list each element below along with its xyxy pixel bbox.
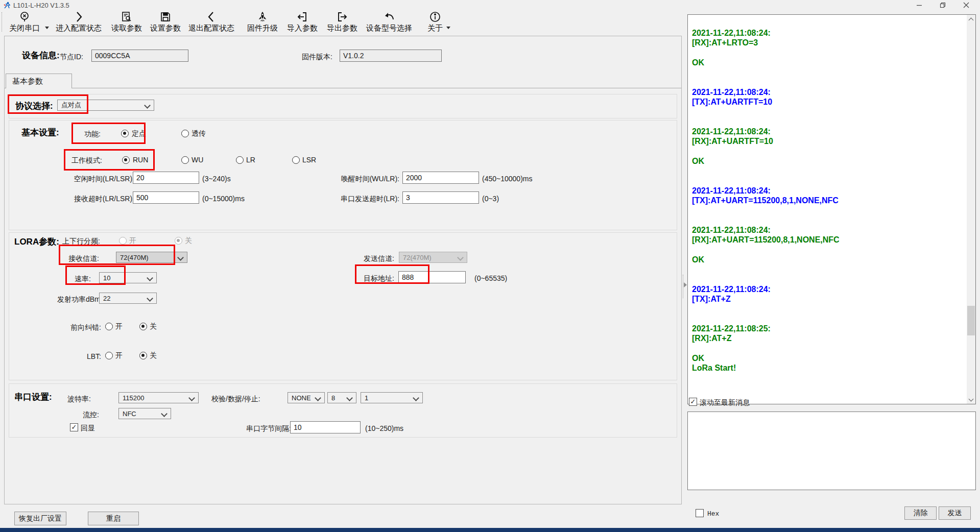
log-line: OK bbox=[692, 255, 840, 264]
toolbar-close-port-button[interactable]: 关闭串口 bbox=[4, 11, 45, 34]
serial-settings-section: 串口设置: 波特率: 115200 校验/数据/停止: NONE 8 1 流控:… bbox=[9, 383, 677, 438]
node-id-field: 0009CC5A bbox=[91, 50, 188, 62]
toolbar-enter-config-button[interactable]: 进入配置状态 bbox=[51, 11, 106, 34]
radio-lbt-off[interactable] bbox=[139, 352, 147, 359]
device-model-select-icon bbox=[363, 11, 416, 23]
tx-power-select[interactable]: 22 bbox=[99, 293, 157, 304]
send-input[interactable] bbox=[687, 412, 976, 490]
radio-mode-wu[interactable] bbox=[181, 156, 189, 164]
idle-time-input[interactable]: 20 bbox=[133, 172, 199, 184]
rate-select[interactable]: 10 bbox=[99, 272, 157, 283]
log-line bbox=[692, 264, 840, 274]
radio-lbt-on[interactable] bbox=[105, 352, 113, 359]
rx-channel-select[interactable]: 72(470M) bbox=[116, 252, 187, 263]
close-port-dropdown-caret[interactable] bbox=[45, 27, 49, 29]
restart-button[interactable]: 重启 bbox=[88, 512, 139, 525]
hex-checkbox[interactable] bbox=[696, 509, 704, 517]
panel-splitter[interactable] bbox=[683, 275, 683, 298]
radio-mode-run[interactable] bbox=[122, 156, 130, 164]
scroll-up-button[interactable] bbox=[967, 15, 975, 23]
hex-label: Hex bbox=[707, 510, 719, 518]
data-bits-select[interactable]: 8 bbox=[327, 392, 356, 403]
toolbar-exit-config-button[interactable]: 退出配置状态 bbox=[185, 11, 238, 34]
toolbar-about-button[interactable]: 关于 bbox=[419, 11, 451, 34]
toolbar-import-params-button[interactable]: 导入参数 bbox=[284, 11, 321, 34]
tx-timeout-input[interactable]: 3 bbox=[402, 191, 479, 204]
radio-function-transparent[interactable] bbox=[181, 130, 189, 137]
mode-wu-label: WU bbox=[192, 156, 203, 164]
idle-time-range: (3~240)s bbox=[202, 175, 231, 183]
log-line: 2021-11-22,11:08:24: bbox=[692, 186, 840, 196]
log-scrollbar[interactable] bbox=[967, 15, 975, 404]
log-line bbox=[692, 245, 840, 255]
toolbar-read-params-button[interactable]: 读取参数 bbox=[108, 11, 145, 34]
about-info-icon bbox=[419, 11, 451, 23]
rx-timeout-label: 接收超时(LR/LSR): bbox=[30, 195, 134, 204]
log-line bbox=[692, 304, 840, 313]
stop-bits-select[interactable]: 1 bbox=[361, 392, 423, 403]
flow-control-select[interactable]: NFC bbox=[118, 408, 171, 419]
about-dropdown-caret[interactable] bbox=[446, 27, 450, 29]
log-line: [TX]:AT+Z bbox=[692, 294, 840, 304]
node-id-label: 节点ID: bbox=[60, 53, 83, 62]
radio-mode-lsr[interactable] bbox=[292, 156, 300, 164]
app-window: L101-L-H20 V1.3.5 关闭串口 进入配置状态 bbox=[0, 0, 980, 532]
enter-config-icon bbox=[51, 11, 106, 23]
function-fixed-label: 定点 bbox=[132, 129, 146, 138]
log-line bbox=[692, 48, 840, 58]
scroll-to-latest-checkbox[interactable] bbox=[689, 398, 697, 406]
radio-split-off bbox=[175, 237, 182, 245]
wake-time-input[interactable]: 2000 bbox=[402, 172, 479, 184]
log-line: 2021-11-22,11:08:24: bbox=[692, 127, 840, 136]
log-output[interactable]: 2021-11-22,11:08:24:[RX]:AT+LRTO=3 OK 20… bbox=[687, 14, 976, 404]
target-address-input[interactable]: 888 bbox=[398, 271, 466, 283]
close-button[interactable] bbox=[954, 0, 978, 10]
work-mode-label: 工作模式: bbox=[71, 156, 102, 165]
log-lines: 2021-11-22,11:08:24:[RX]:AT+LRTO=3 OK 20… bbox=[692, 28, 840, 373]
toolbar-label: 设置参数 bbox=[150, 23, 181, 32]
radio-mode-lr[interactable] bbox=[236, 156, 244, 164]
toolbar-label: 关闭串口 bbox=[9, 23, 40, 32]
log-line bbox=[692, 344, 840, 353]
chevron-down-icon bbox=[457, 254, 464, 261]
radio-fec-on[interactable] bbox=[105, 323, 113, 330]
toolbar-device-model-select-button[interactable]: 设备型号选择 bbox=[363, 11, 416, 34]
byte-interval-input[interactable]: 10 bbox=[290, 421, 361, 433]
parity-select[interactable]: NONE bbox=[288, 392, 325, 403]
flow-control-label: 流控: bbox=[83, 410, 99, 420]
splitter-collapse-arrow[interactable] bbox=[684, 282, 687, 287]
clear-button[interactable]: 清除 bbox=[904, 506, 937, 520]
radio-function-fixed[interactable] bbox=[121, 130, 129, 137]
scrollbar-thumb[interactable] bbox=[967, 306, 975, 335]
rx-timeout-input[interactable]: 500 bbox=[133, 191, 199, 204]
firmware-version-label: 固件版本: bbox=[302, 53, 332, 62]
byte-interval-label: 串口字节间隔: bbox=[246, 424, 291, 433]
function-label: 功能: bbox=[84, 130, 101, 139]
echo-checkbox[interactable] bbox=[70, 423, 78, 431]
radio-fec-off[interactable] bbox=[139, 323, 147, 330]
log-line bbox=[692, 147, 840, 156]
log-line: [RX]:AT+Z bbox=[692, 333, 840, 343]
echo-label: 回显 bbox=[81, 424, 95, 433]
restore-button[interactable] bbox=[931, 0, 954, 10]
factory-reset-button[interactable]: 恢复出厂设置 bbox=[14, 512, 66, 525]
protocol-select[interactable]: 点对点 bbox=[57, 100, 154, 111]
toolbar-label: 退出配置状态 bbox=[188, 23, 234, 32]
send-button[interactable]: 发送 bbox=[939, 506, 971, 520]
export-params-icon bbox=[324, 11, 361, 23]
exit-config-icon bbox=[185, 11, 238, 23]
tx-timeout-label: 串口发送超时(LR): bbox=[295, 195, 399, 204]
scroll-down-button[interactable] bbox=[967, 395, 975, 404]
toolbar-export-params-button[interactable]: 导出参数 bbox=[324, 11, 361, 34]
toolbar-firmware-upgrade-button[interactable]: 固件升级 bbox=[244, 11, 281, 34]
tx-power-label: 发射功率dBm: bbox=[57, 295, 103, 304]
log-line bbox=[692, 166, 840, 176]
split-off-label: 关 bbox=[185, 236, 192, 246]
baud-rate-select[interactable]: 115200 bbox=[118, 392, 199, 403]
function-transparent-label: 透传 bbox=[192, 129, 206, 138]
minimize-button[interactable] bbox=[907, 0, 931, 10]
tab-basic-params[interactable]: 基本参数 bbox=[6, 74, 72, 88]
byte-interval-range: (10~250)ms bbox=[365, 424, 403, 432]
log-line: OK bbox=[692, 353, 840, 363]
toolbar-set-params-button[interactable]: 设置参数 bbox=[147, 11, 184, 34]
